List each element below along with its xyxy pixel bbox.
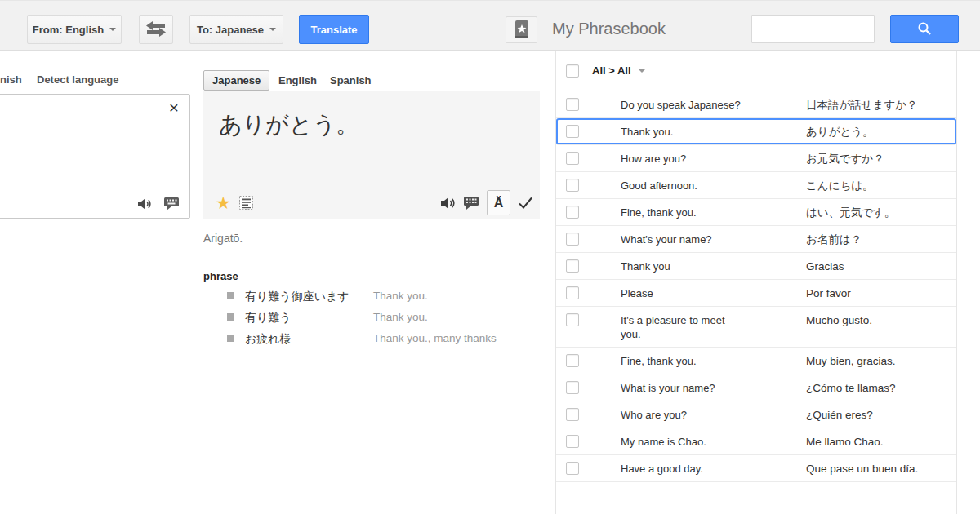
dictionary-term[interactable]: お疲れ様 <box>245 332 373 347</box>
to-language-label: To: Japanese <box>197 24 264 36</box>
phrasebook-page-title: My Phrasebook <box>552 20 666 38</box>
dictionary-back-translation: Thank you. <box>373 290 428 302</box>
phrasebook-row[interactable]: Do you speak Japanese? 日本語が話せますか？ <box>556 91 956 118</box>
phrase-source-text: Good afternoon. <box>621 179 806 193</box>
phrase-translation-text: 日本語が話せますか？ <box>806 98 956 112</box>
bullet-icon <box>227 313 234 321</box>
source-text-box[interactable]: × <box>0 94 190 219</box>
row-checkbox[interactable] <box>566 313 579 326</box>
phrasebook-row[interactable]: What's your name? お名前は？ <box>556 226 956 253</box>
row-checkbox[interactable] <box>566 435 579 448</box>
phrase-translation-text: Gracias <box>806 259 956 273</box>
speaker-icon[interactable] <box>441 197 456 210</box>
phrase-source-text: Fine, thank you. <box>621 354 806 368</box>
swap-languages-button[interactable] <box>139 15 173 44</box>
chevron-down-icon <box>639 69 645 73</box>
select-all-check-icon[interactable] <box>519 197 532 209</box>
swap-arrows-icon <box>145 21 167 38</box>
phrase-source-text: Thank you <box>621 259 806 273</box>
target-tab-spanish[interactable]: Spanish <box>330 74 372 86</box>
part-of-speech-label: phrase <box>203 270 540 282</box>
dictionary-term[interactable]: 有り難う御座います <box>245 290 373 304</box>
phrase-translation-text: こんにちは。 <box>806 179 956 193</box>
phrasebook-toggle-button[interactable] <box>506 16 537 43</box>
chevron-down-icon <box>109 28 116 31</box>
phrasebook-row[interactable]: Thank you. ありがとう。 <box>556 118 956 145</box>
phrasebook-panel: All > All Do you speak Japanese? 日本語が話せま… <box>555 51 957 514</box>
phrase-translation-text: ありがとう。 <box>806 125 956 139</box>
row-checkbox[interactable] <box>566 206 579 219</box>
close-icon[interactable]: × <box>169 99 179 116</box>
phrase-translation-text: Muy bien, gracias. <box>806 354 956 368</box>
phrase-source-text: Who are you? <box>621 408 806 422</box>
row-checkbox[interactable] <box>566 179 579 192</box>
phrasebook-star-icon[interactable]: ★ <box>216 194 231 211</box>
dictionary-entry[interactable]: 有り難う Thank you. <box>203 311 540 326</box>
phrasebook-row[interactable]: How are you? お元気ですか？ <box>556 145 956 172</box>
row-checkbox[interactable] <box>566 152 579 165</box>
row-checkbox[interactable] <box>566 98 579 111</box>
dictionary-section: phrase 有り難う御座います Thank you. 有り難う Thank y… <box>203 270 540 353</box>
dictionary-term[interactable]: 有り難う <box>245 311 373 326</box>
phrase-source-text: Do you speak Japanese? <box>621 98 806 112</box>
phrasebook-row[interactable]: What is your name? ¿Cómo te llamas? <box>556 374 956 401</box>
magnifier-icon <box>917 21 933 37</box>
row-checkbox[interactable] <box>566 381 579 394</box>
phrase-source-text: Thank you. <box>621 125 806 139</box>
phrase-translation-text: Me llamo Chao. <box>806 435 956 449</box>
phrasebook-row[interactable]: It's a pleasure to meet you. Mucho gusto… <box>556 307 956 348</box>
row-checkbox[interactable] <box>566 259 579 273</box>
from-language-button[interactable]: From: English <box>27 15 122 44</box>
phrasebook-row[interactable]: Have a good day. Que pase un buen día. <box>556 455 956 482</box>
row-checkbox[interactable] <box>566 462 579 475</box>
language-filter-dropdown[interactable]: All > All <box>592 64 645 77</box>
target-tab-english[interactable]: English <box>278 74 317 86</box>
row-checkbox[interactable] <box>566 233 579 246</box>
speaker-icon[interactable] <box>138 197 152 210</box>
dictionary-entry[interactable]: お疲れ様 Thank you., many thanks <box>203 332 540 347</box>
phrase-source-text: It's a pleasure to meet you. <box>621 313 806 341</box>
source-tab-spanish-fragment[interactable]: nish <box>0 73 22 86</box>
select-all-checkbox[interactable] <box>566 64 579 78</box>
phrasebook-row[interactable]: Fine, thank you. はい、元気です。 <box>556 199 956 226</box>
row-checkbox[interactable] <box>566 354 579 367</box>
phrase-translation-text: Mucho gusto. <box>806 313 956 327</box>
phrase-source-text: How are you? <box>621 152 806 166</box>
phrase-translation-text: お名前は？ <box>806 233 956 246</box>
phrasebook-search-button[interactable] <box>890 15 959 43</box>
phrase-translation-text: お元気ですか？ <box>806 152 956 166</box>
row-checkbox[interactable] <box>566 408 579 421</box>
phrase-translation-text: ¿Cómo te llamas? <box>806 381 956 395</box>
translate-button[interactable]: Translate <box>299 15 369 44</box>
target-tab-japanese[interactable]: Japanese <box>203 70 270 91</box>
phrase-source-text: What's your name? <box>621 233 806 246</box>
dictionary-back-translation: Thank you., many thanks <box>373 332 497 344</box>
contribute-bubble-icon[interactable] <box>464 197 479 210</box>
bullet-icon <box>227 292 234 299</box>
phrase-source-text: Have a good day. <box>621 462 806 476</box>
phrasebook-row[interactable]: My name is Chao. Me llamo Chao. <box>556 428 956 455</box>
phrasebook-list-icon[interactable] <box>239 196 253 210</box>
phrase-translation-text: Que pase un buen día. <box>806 462 956 476</box>
phrasebook-row-list: Do you speak Japanese? 日本語が話せますか？ Thank … <box>556 91 956 482</box>
dictionary-entry[interactable]: 有り難う御座います Thank you. <box>203 290 540 304</box>
chevron-down-icon <box>270 28 276 31</box>
to-language-button[interactable]: To: Japanese <box>189 15 283 44</box>
phrase-source-text: My name is Chao. <box>621 435 806 449</box>
phrasebook-row[interactable]: Thank you Gracias <box>556 253 956 280</box>
phrasebook-row[interactable]: Good afternoon. こんにちは。 <box>556 172 956 199</box>
source-tab-detect-language[interactable]: Detect language <box>37 73 118 86</box>
input-tools-icon[interactable] <box>164 197 179 210</box>
row-checkbox[interactable] <box>566 286 579 299</box>
phrasebook-row[interactable]: Please Por favor <box>556 280 956 307</box>
phrase-translation-text: はい、元気です。 <box>806 206 956 219</box>
phrase-translation-text: ¿Quién eres? <box>806 408 956 422</box>
phrasebook-search-input[interactable] <box>751 15 875 43</box>
phrasebook-book-star-icon <box>514 20 530 40</box>
romanization-text: Arigatō. <box>203 232 243 245</box>
phrasebook-row[interactable]: Fine, thank you. Muy bien, gracias. <box>556 348 956 374</box>
phrase-translation-text: Por favor <box>806 286 956 300</box>
phrasebook-row[interactable]: Who are you? ¿Quién eres? <box>556 401 956 428</box>
reading-toggle-button[interactable]: Ä <box>487 190 510 215</box>
row-checkbox[interactable] <box>566 125 579 138</box>
